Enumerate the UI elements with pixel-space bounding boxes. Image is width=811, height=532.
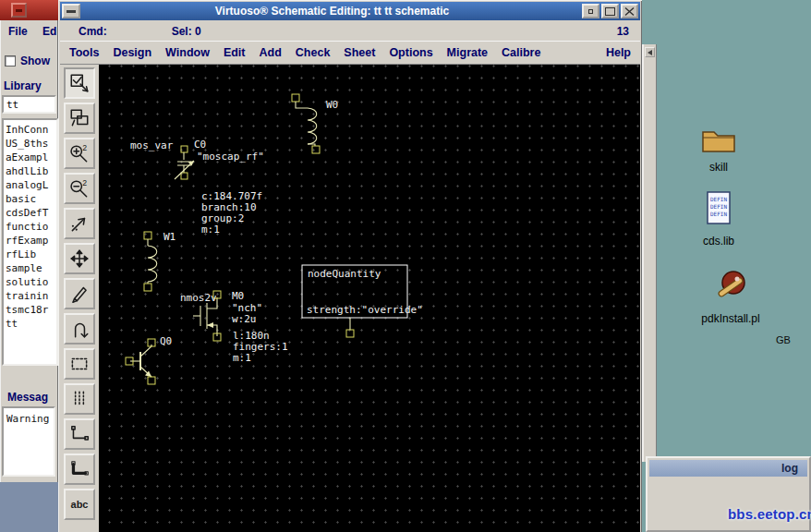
toolbar-draw-button[interactable] [64, 278, 95, 309]
descend-icon [68, 107, 91, 129]
desktop-icon-cdslib[interactable]: DEFIN DEFIN DEFIN cds.lib [689, 190, 748, 248]
instance-label: Q0 [160, 335, 172, 347]
zoom-out-icon: 2 [68, 177, 91, 200]
svg-text:2: 2 [82, 178, 87, 187]
inductor-w0-symbol[interactable] [292, 94, 320, 153]
toolbar-zoom-out-button[interactable]: 2 [64, 173, 95, 204]
scroll-arrow-button[interactable] [645, 47, 655, 57]
wire-icon [68, 423, 91, 445]
minimize-button[interactable] [11, 3, 27, 18]
list-item[interactable]: basic [6, 192, 54, 206]
menu-help[interactable]: Help [606, 46, 631, 59]
instance-label: W0 [326, 99, 338, 111]
menu-calibre[interactable]: Calibre [502, 46, 540, 59]
desktop-icon-skill[interactable]: skill [691, 126, 746, 174]
minimize-icon [16, 9, 22, 12]
log-window-titlebar[interactable]: log [649, 460, 807, 477]
toolbar-descend-button[interactable] [64, 103, 95, 134]
library-manager-titlebar[interactable] [0, 0, 58, 20]
background-window-fragment [0, 482, 58, 532]
bjt-q0-symbol[interactable] [126, 339, 155, 384]
toolbar-wire-button[interactable] [64, 418, 95, 450]
list-item[interactable]: tt [6, 317, 54, 331]
list-item[interactable]: solutio [6, 275, 54, 289]
icon-label: pdkInstall.pl [691, 312, 770, 325]
svg-text:DEFIN: DEFIN [710, 203, 727, 210]
wide-wire-icon [68, 458, 91, 480]
edit-menu[interactable]: Ed [42, 25, 56, 38]
list-item[interactable]: cdsDefT [6, 206, 54, 220]
rotate-icon [68, 318, 91, 340]
toolbar-move-button[interactable] [64, 243, 95, 274]
cmd-label: Cmd: [79, 25, 107, 38]
file-menu[interactable]: File [8, 25, 28, 38]
window-content: 2 2 [60, 65, 640, 532]
select-icon [68, 72, 91, 94]
library-list[interactable]: InhConn US_8ths aExampl ahdlLib analogL … [2, 118, 58, 366]
desktop: { "library_window": { "menu": { "file": … [0, 0, 811, 532]
list-item[interactable]: functio [6, 220, 54, 234]
menu-check[interactable]: Check [296, 46, 331, 59]
list-item[interactable]: US_8ths [6, 137, 54, 151]
inductor-w1-symbol[interactable] [144, 232, 157, 291]
window-menu-icon [67, 10, 76, 13]
menu-design[interactable]: Design [113, 46, 151, 59]
menu-edit[interactable]: Edit [224, 46, 246, 59]
background-scrollbar-strip[interactable] [642, 44, 657, 462]
menu-window[interactable]: Window [165, 46, 210, 59]
list-item[interactable]: tsmc18r [6, 303, 54, 317]
messages-label: Messag [7, 391, 48, 404]
minimize-button[interactable] [582, 4, 599, 18]
library-manager-window: File Ed Show Library tt InhConn US_8ths … [0, 0, 58, 482]
menu-tools[interactable]: Tools [69, 46, 99, 59]
label-tool-text: abc [71, 499, 89, 510]
toolbar-pan-button[interactable] [64, 208, 95, 239]
icon-label: skill [691, 161, 746, 174]
maximize-button[interactable] [601, 4, 619, 18]
left-arrow-icon [648, 50, 652, 55]
list-item[interactable]: aExampl [6, 151, 54, 164]
menu-options[interactable]: Options [389, 46, 432, 59]
note-text: strength:"override" [307, 304, 423, 316]
cell-lib-label: nmos2v [180, 292, 217, 304]
list-item[interactable]: analogL [6, 178, 54, 192]
property-label: w:2u [232, 313, 257, 325]
close-icon [623, 6, 635, 17]
script-icon [709, 266, 752, 305]
toolbar-ruler-button[interactable] [64, 383, 95, 415]
messages-list[interactable]: Warning [2, 406, 55, 477]
note-title: nodeQuantity [308, 268, 381, 280]
document-icon: DEFIN DEFIN DEFIN [704, 190, 733, 227]
list-item[interactable]: sample [6, 261, 54, 275]
schematic-drawing: W0 mos_var C0 "moscap_rf" c:184.707f bra… [99, 65, 640, 532]
desktop-icon-pdkinstall[interactable]: pdkInstall.pl [691, 266, 770, 325]
list-item[interactable]: ahdlLib [6, 164, 54, 178]
schematic-canvas[interactable]: W0 mos_var C0 "moscap_rf" c:184.707f bra… [99, 65, 640, 532]
svg-text:2: 2 [82, 143, 87, 152]
close-button[interactable] [621, 4, 638, 18]
menu-add[interactable]: Add [260, 46, 282, 59]
status-counter: 13 [617, 25, 629, 38]
virtuoso-titlebar[interactable]: Virtuoso® Schematic Editing: tt tt schem… [60, 2, 640, 20]
toolbar-zoom-in-button[interactable]: 2 [64, 138, 95, 169]
toolbar-stretch-button[interactable] [64, 348, 95, 380]
show-checkbox[interactable] [5, 55, 16, 66]
window-menu-button[interactable] [62, 4, 80, 18]
selection-count: Sel: 0 [172, 25, 201, 38]
varactor-c0-symbol[interactable] [175, 146, 194, 179]
toolbar-wide-wire-button[interactable] [64, 453, 95, 485]
toolbar-label-button[interactable]: abc [64, 489, 95, 520]
window-title: Virtuoso® Schematic Editing: tt tt schem… [82, 5, 582, 18]
list-item[interactable]: InhConn [6, 123, 54, 137]
ruler-icon [68, 388, 91, 410]
library-filter-input[interactable]: tt [2, 95, 56, 114]
list-item[interactable]: trainin [6, 289, 54, 303]
menu-sheet[interactable]: Sheet [344, 46, 375, 59]
toolbar-rotate-button[interactable] [64, 313, 95, 345]
maximize-icon [604, 6, 616, 17]
property-label: m:1 [201, 224, 220, 236]
menu-migrate[interactable]: Migrate [447, 46, 488, 59]
list-item[interactable]: rfExamp [6, 234, 54, 248]
toolbar-select-button[interactable] [64, 67, 95, 99]
list-item[interactable]: rfLib [6, 248, 54, 261]
